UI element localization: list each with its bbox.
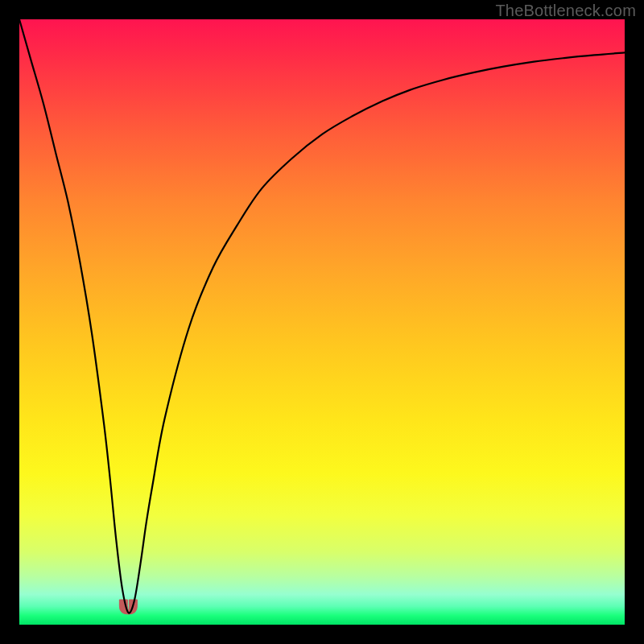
watermark-text: TheBottleneck.com [495, 2, 636, 20]
gradient-background [19, 19, 625, 625]
plot-area [19, 19, 625, 625]
outer-frame: TheBottleneck.com [0, 0, 644, 644]
